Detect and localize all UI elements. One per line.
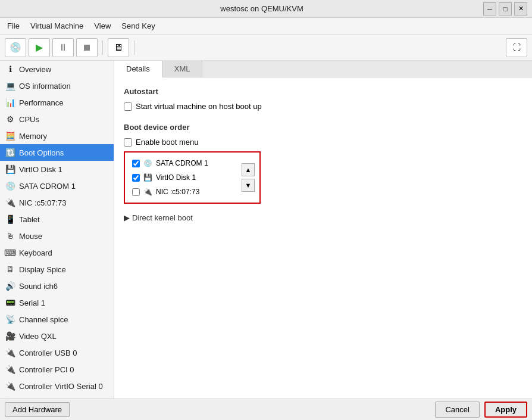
disk-toolbar-button[interactable]: 💿: [5, 38, 26, 57]
tab-xml[interactable]: XML: [162, 61, 203, 77]
sidebar: ℹ Overview 💻 OS information 📊 Performanc…: [0, 61, 114, 399]
titlebar-title: westosc on QEMU/KVM: [40, 4, 483, 13]
direct-kernel-boot-section[interactable]: ▶ Direct kernel boot: [124, 213, 522, 222]
sidebar-item-display-spice[interactable]: 🖥 Display Spice: [0, 261, 114, 278]
sidebar-label-sound-ich6: Sound ich6: [19, 282, 58, 291]
bottom-right-buttons: Cancel Apply: [435, 402, 527, 418]
sidebar-label-controller-virtio-serial-0: Controller VirtIO Serial 0: [19, 382, 103, 391]
apply-button[interactable]: Apply: [484, 402, 527, 418]
move-down-button[interactable]: ▼: [242, 179, 255, 192]
nic-icon: 🔌: [5, 197, 15, 208]
sidebar-item-os-information[interactable]: 💻 OS information: [0, 77, 114, 94]
autostart-checkbox[interactable]: [124, 102, 132, 111]
autostart-checkbox-row: Start virtual machine on host boot up: [124, 102, 522, 111]
sidebar-label-sata-cdrom-1: SATA CDROM 1: [19, 182, 76, 191]
sidebar-label-display-spice: Display Spice: [19, 265, 66, 274]
boot-device-item-virtio-disk: 💾 VirtIO Disk 1: [130, 172, 237, 183]
sidebar-item-controller-sata-0[interactable]: 🔌 Controller SATA 0: [0, 394, 114, 399]
sidebar-label-cpus: CPUs: [19, 115, 39, 124]
performance-icon: 📊: [5, 97, 15, 108]
sidebar-label-channel-spice: Channel spice: [19, 315, 68, 324]
cancel-button[interactable]: Cancel: [435, 402, 479, 418]
sidebar-item-mouse[interactable]: 🖱 Mouse: [0, 228, 114, 244]
sidebar-item-nic[interactable]: 🔌 NIC :c5:07:73: [0, 194, 114, 211]
sidebar-label-controller-sata-0: Controller SATA 0: [19, 399, 80, 399]
menu-view[interactable]: View: [89, 20, 115, 32]
maximize-button[interactable]: □: [499, 2, 512, 15]
main-layout: ℹ Overview 💻 OS information 📊 Performanc…: [0, 61, 532, 399]
sidebar-item-boot-options[interactable]: 🔃 Boot Options: [0, 144, 114, 161]
toolbar-separator-2: [134, 41, 134, 55]
direct-kernel-boot-label: Direct kernel boot: [132, 213, 193, 222]
sidebar-label-virtio-disk-1: VirtIO Disk 1: [19, 165, 62, 174]
content-area: Details XML Autostart Start virtual mach…: [114, 61, 532, 399]
sidebar-item-sata-cdrom-1[interactable]: 💿 SATA CDROM 1: [0, 178, 114, 194]
menubar: File Virtual Machine View Send Key: [0, 18, 532, 35]
sidebar-item-keyboard[interactable]: ⌨ Keyboard: [0, 244, 114, 261]
fullscreen-button[interactable]: ⛶: [506, 38, 527, 57]
sidebar-label-controller-usb-0: Controller USB 0: [19, 349, 77, 357]
keyboard-icon: ⌨: [5, 247, 15, 258]
cpus-icon: ⚙: [5, 114, 15, 125]
nic-device-icon: 🔌: [143, 188, 152, 196]
titlebar-controls[interactable]: ─ □ ✕: [483, 2, 527, 15]
controller-usb-icon: 🔌: [5, 347, 15, 358]
nic-device-label: NIC :c5:07:73: [156, 188, 199, 196]
sidebar-item-sound-ich6[interactable]: 🔊 Sound ich6: [0, 278, 114, 294]
sidebar-item-memory[interactable]: 🧮 Memory: [0, 127, 114, 144]
sidebar-label-performance: Performance: [19, 98, 63, 107]
memory-icon: 🧮: [5, 130, 15, 141]
sidebar-label-os-information: OS information: [19, 82, 71, 91]
sidebar-item-virtio-disk-1[interactable]: 💾 VirtIO Disk 1: [0, 161, 114, 178]
monitor-toolbar-button[interactable]: 🖥: [108, 38, 129, 57]
enable-boot-menu-checkbox[interactable]: [124, 138, 132, 147]
boot-device-container: 💿 SATA CDROM 1 💾 VirtIO Disk 1 🔌: [124, 151, 261, 204]
expand-icon: ▶: [124, 213, 130, 222]
sidebar-item-controller-pci-0[interactable]: 🔌 Controller PCI 0: [0, 361, 114, 378]
sata-cdrom-device-icon: 💿: [143, 159, 152, 167]
sidebar-item-serial-1[interactable]: 📟 Serial 1: [0, 294, 114, 311]
stop-toolbar-button[interactable]: ⏹: [76, 38, 98, 57]
move-up-button[interactable]: ▲: [242, 163, 255, 176]
enable-boot-menu-row: Enable boot menu: [124, 138, 522, 147]
pause-toolbar-button[interactable]: ⏸: [52, 38, 74, 57]
controller-virtio-icon: 🔌: [5, 381, 15, 391]
menu-send-key[interactable]: Send Key: [117, 20, 159, 32]
add-hardware-button[interactable]: Add Hardware: [5, 402, 70, 417]
sidebar-item-controller-virtio-serial-0[interactable]: 🔌 Controller VirtIO Serial 0: [0, 378, 114, 394]
close-button[interactable]: ✕: [514, 2, 527, 15]
controller-sata-icon: 🔌: [5, 397, 15, 399]
toolbar-separator: [102, 41, 103, 55]
sidebar-item-controller-usb-0[interactable]: 🔌 Controller USB 0: [0, 344, 114, 361]
minimize-button[interactable]: ─: [483, 2, 496, 15]
boot-device-checkbox-nic[interactable]: [132, 188, 140, 196]
boot-device-item-sata-cdrom: 💿 SATA CDROM 1: [130, 157, 237, 169]
sidebar-item-video-qxl[interactable]: 🎥 Video QXL: [0, 328, 114, 344]
sidebar-label-keyboard: Keyboard: [19, 248, 52, 257]
autostart-section-title: Autostart: [124, 87, 522, 96]
play-toolbar-button[interactable]: ▶: [29, 38, 50, 57]
tablet-icon: 📱: [5, 214, 15, 225]
sidebar-item-cpus[interactable]: ⚙ CPUs: [0, 111, 114, 127]
boot-options-icon: 🔃: [5, 147, 15, 158]
overview-icon: ℹ: [5, 64, 15, 74]
video-icon: 🎥: [5, 331, 15, 341]
virtio-disk-device-icon: 💾: [143, 173, 152, 182]
sidebar-item-tablet[interactable]: 📱 Tablet: [0, 211, 114, 228]
sidebar-label-nic: NIC :c5:07:73: [19, 198, 67, 207]
sidebar-label-controller-pci-0: Controller PCI 0: [19, 365, 74, 374]
sidebar-item-channel-spice[interactable]: 📡 Channel spice: [0, 311, 114, 328]
tab-details[interactable]: Details: [114, 61, 162, 77]
sidebar-item-overview[interactable]: ℹ Overview: [0, 61, 114, 77]
controller-pci-icon: 🔌: [5, 364, 15, 375]
boot-device-checkbox-virtio-disk[interactable]: [132, 174, 140, 182]
menu-virtual-machine[interactable]: Virtual Machine: [26, 20, 88, 32]
sound-icon: 🔊: [5, 281, 15, 291]
titlebar: westosc on QEMU/KVM ─ □ ✕: [0, 0, 532, 18]
boot-device-list: 💿 SATA CDROM 1 💾 VirtIO Disk 1 🔌: [130, 157, 237, 198]
boot-device-checkbox-sata-cdrom[interactable]: [132, 160, 140, 167]
menu-file[interactable]: File: [2, 20, 24, 32]
tab-bar: Details XML: [114, 61, 532, 77]
toolbar: 💿 ▶ ⏸ ⏹ 🖥 ⛶: [0, 35, 532, 61]
sidebar-item-performance[interactable]: 📊 Performance: [0, 94, 114, 111]
